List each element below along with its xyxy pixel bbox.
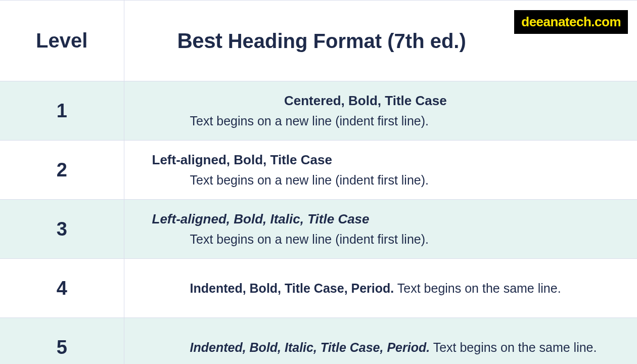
format-description: Centered, Bold, Title Case Text begins o…: [124, 81, 637, 141]
level-number: 1: [0, 81, 124, 141]
format-text-note: Text begins on a new line (indent first …: [124, 230, 638, 249]
format-combined-line: Indented, Bold, Italic, Title Case, Peri…: [124, 338, 638, 357]
watermark-badge: deeanatech.com: [514, 10, 628, 34]
level-number: 4: [0, 259, 124, 318]
level-number: 5: [0, 318, 124, 365]
header-format-rest: Heading Format (7th ed.): [228, 30, 466, 52]
format-combined-line: Indented, Bold, Title Case, Period. Text…: [124, 279, 638, 298]
header-level: Level: [0, 1, 124, 81]
table-row: 5 Indented, Bold, Italic, Title Case, Pe…: [0, 318, 637, 365]
heading-format-table: Level Best Heading Format (7th ed.) 1 Ce…: [0, 0, 637, 364]
format-text-note: Text begins on the same line.: [394, 281, 561, 295]
format-heading-style: Centered, Bold, Title Case: [124, 90, 638, 111]
format-description: Indented, Bold, Title Case, Period. Text…: [124, 259, 637, 318]
format-heading-style: Left-aligned, Bold, Title Case: [124, 150, 638, 170]
format-heading-style: Indented, Bold, Title Case, Period.: [190, 281, 394, 295]
format-description: Left-aligned, Bold, Title Case Text begi…: [124, 141, 637, 200]
format-heading-style: Indented, Bold, Italic, Title Case, Peri…: [190, 340, 430, 354]
header-format-best: Best: [177, 29, 222, 53]
table-row: 1 Centered, Bold, Title Case Text begins…: [0, 81, 637, 141]
format-text-note: Text begins on the same line.: [430, 340, 597, 354]
table-row: 2 Left-aligned, Bold, Title Case Text be…: [0, 141, 637, 200]
format-description: Left-aligned, Bold, Italic, Title Case T…: [124, 200, 637, 259]
level-number: 3: [0, 200, 124, 259]
format-text-note: Text begins on a new line (indent first …: [124, 111, 638, 131]
table-row: 3 Left-aligned, Bold, Italic, Title Case…: [0, 200, 637, 259]
table-row: 4 Indented, Bold, Title Case, Period. Te…: [0, 259, 637, 318]
format-heading-style: Left-aligned, Bold, Italic, Title Case: [124, 209, 638, 229]
level-number: 2: [0, 141, 124, 200]
format-text-note: Text begins on a new line (indent first …: [124, 170, 638, 190]
format-description: Indented, Bold, Italic, Title Case, Peri…: [124, 318, 637, 365]
